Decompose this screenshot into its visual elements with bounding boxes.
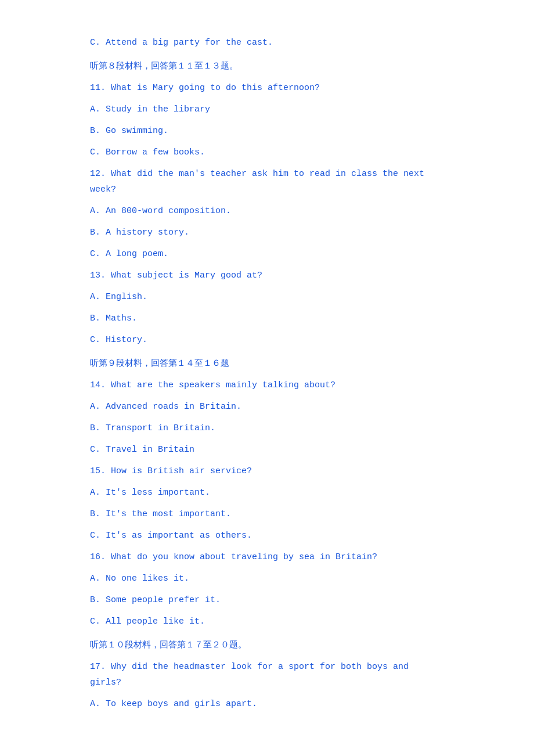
option-14: A. An 800-word composition. xyxy=(90,203,444,219)
option-22: A. English. xyxy=(90,289,444,305)
option-40: A. It's less important. xyxy=(90,485,444,501)
option-16: B. A history story. xyxy=(90,225,444,240)
question-56: 17. Why did the headmaster look for a sp… xyxy=(90,659,444,690)
option-34: B. Transport in Britain. xyxy=(90,420,444,436)
option-6: A. Study in the library xyxy=(90,102,444,117)
question-30: 14. What are the speakers mainly talking… xyxy=(90,377,444,393)
spacer-27 xyxy=(90,351,444,354)
section-header-54: 听第１０段材料，回答第１７至２０题。 xyxy=(90,638,444,653)
option-48: A. No one likes it. xyxy=(90,571,444,586)
question-12: 12. What did the man's teacher ask him t… xyxy=(90,166,444,197)
option-52: C. All people like it. xyxy=(90,614,444,629)
option-26: C. History. xyxy=(90,332,444,348)
main-content: C. Attend a big party for the cast.听第８段材… xyxy=(90,35,444,712)
option-42: B. It's the most important. xyxy=(90,506,444,522)
question-38: 15. How is British air service? xyxy=(90,463,444,479)
option-50: B. Some people prefer it. xyxy=(90,592,444,608)
spacer-1 xyxy=(90,54,444,56)
option-58: A. To keep boys and girls apart. xyxy=(90,696,444,712)
spacer-53 xyxy=(90,633,444,635)
option-24: B. Maths. xyxy=(90,311,444,326)
option-8: B. Go swimming. xyxy=(90,123,444,139)
option-32: A. Advanced roads in Britain. xyxy=(90,399,444,415)
question-46: 16. What do you know about traveling by … xyxy=(90,549,444,565)
option-36: C. Travel in Britain xyxy=(90,442,444,458)
question-4: 11. What is Mary going to do this aftern… xyxy=(90,80,444,96)
option-18: C. A long poem. xyxy=(90,246,444,262)
question-20: 13. What subject is Mary good at? xyxy=(90,268,444,283)
section-header-2: 听第８段材料，回答第１１至１３题。 xyxy=(90,59,444,74)
option-10: C. Borrow a few books. xyxy=(90,145,444,160)
option-0: C. Attend a big party for the cast. xyxy=(90,35,444,51)
section-header-28: 听第９段材料，回答第１４至１６题 xyxy=(90,356,444,372)
option-44: C. It's as important as others. xyxy=(90,528,444,543)
